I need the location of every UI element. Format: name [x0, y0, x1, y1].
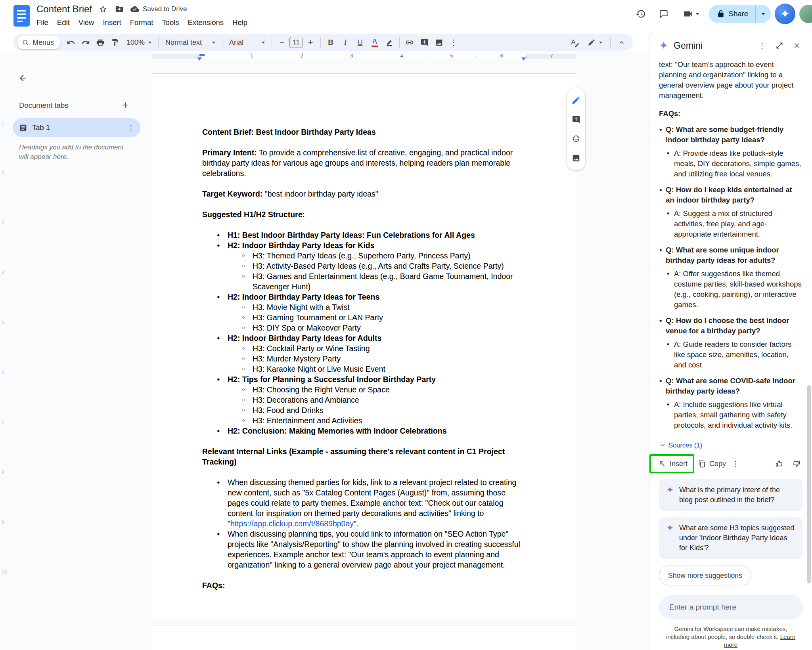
writing-tools-button[interactable]: A: [565, 35, 582, 50]
faq-answer: A: Suggest a mix of structured activitie…: [659, 208, 802, 239]
menu-tools[interactable]: Tools: [157, 17, 183, 29]
indent-marker-right[interactable]: [521, 57, 526, 61]
document-page-1[interactable]: Content Brief: Best Indoor Birthday Part…: [152, 73, 576, 618]
decrease-font-size-button[interactable]: −: [275, 35, 289, 50]
menu-view[interactable]: View: [74, 17, 99, 29]
print-button[interactable]: [93, 35, 107, 50]
tab-item[interactable]: Tab 1 ⋮: [13, 118, 140, 137]
prompt-input[interactable]: [659, 595, 803, 619]
internal-link-item: When discussing themed parties for kids,…: [202, 477, 526, 529]
move-folder-icon[interactable]: [114, 4, 124, 14]
outline-item-text: H1: Best Indoor Birthday Party Ideas: Fu…: [228, 231, 475, 239]
collapse-toolbar-button[interactable]: [615, 35, 629, 50]
font-size-input[interactable]: 11: [289, 37, 303, 48]
gemini-button[interactable]: [775, 4, 795, 24]
outline-sublist: H3: Movie Night with a TwistH3: Gaming T…: [228, 302, 526, 333]
bold-button[interactable]: B: [324, 35, 338, 50]
document-title[interactable]: Content Brief: [36, 4, 92, 15]
comment-icon: [659, 9, 669, 19]
chevron-down-icon: [696, 13, 699, 15]
menu-edit[interactable]: Edit: [53, 17, 74, 29]
google-docs-logo[interactable]: [13, 5, 30, 27]
more-options-button[interactable]: ⋮: [446, 35, 461, 50]
menu-file[interactable]: File: [32, 17, 53, 29]
insert-image-button[interactable]: [432, 35, 446, 50]
font-select[interactable]: Arial: [225, 35, 269, 50]
rail-image-button[interactable]: [569, 151, 583, 165]
rail-add-comment-button[interactable]: [569, 113, 583, 127]
writing-tools-icon: A: [571, 38, 575, 46]
outline-subitem: H3: Games and Entertainment Ideas (e.g.,…: [228, 271, 526, 292]
outline-subitem: H3: Gaming Tournament or LAN Party: [228, 312, 526, 323]
text-run: When discussing planning tips, you could…: [228, 530, 520, 569]
sparkle-icon: [666, 486, 674, 494]
comments-button[interactable]: [654, 4, 673, 23]
document-page-2[interactable]: [152, 625, 576, 650]
doc-target-keyword: Target Keyword: "best indoor birthday pa…: [202, 189, 526, 199]
back-button[interactable]: [14, 69, 32, 87]
help-me-write-button[interactable]: [569, 93, 583, 107]
menu-extensions[interactable]: Extensions: [184, 17, 228, 29]
response-menu-button[interactable]: ⋮: [730, 457, 741, 470]
thumbs-up-button[interactable]: [775, 459, 783, 468]
panel-scrollbar[interactable]: [807, 385, 811, 583]
sources-toggle[interactable]: Sources (1): [659, 440, 802, 450]
version-history-button[interactable]: [631, 4, 650, 23]
outline-item: H2: Tips for Planning a Successful Indoo…: [202, 374, 526, 426]
editing-mode-button[interactable]: [584, 35, 606, 50]
star-icon[interactable]: [98, 4, 108, 14]
increase-font-size-button[interactable]: +: [303, 35, 318, 50]
highlight-color-button[interactable]: [382, 35, 396, 50]
thumbs-down-button[interactable]: [792, 459, 801, 468]
menu-format[interactable]: Format: [126, 17, 158, 29]
toolbar: Menus 100% Normal text Arial − 11 + B I …: [13, 34, 633, 51]
undo-button[interactable]: [64, 35, 78, 50]
internal-links-list: When discussing themed parties for kids,…: [202, 477, 526, 570]
redo-button[interactable]: [79, 35, 93, 50]
font-name-value: Arial: [229, 38, 243, 47]
sparkle-icon: [666, 524, 674, 532]
styles-select[interactable]: Normal text: [161, 35, 219, 50]
document-link[interactable]: https://app.clickup.com/t/8689bp0ay: [230, 519, 354, 528]
menu-help[interactable]: Help: [228, 17, 252, 29]
share-button[interactable]: Share: [709, 5, 771, 23]
zoom-select[interactable]: 100%: [123, 35, 155, 50]
vertical-ruler-number: 5: [2, 320, 4, 325]
menu-insert[interactable]: Insert: [98, 17, 125, 29]
thumbs-down-icon: [792, 459, 801, 468]
suggestion-chip[interactable]: What are some H3 topics suggested under …: [659, 517, 802, 559]
underline-button[interactable]: U: [353, 35, 367, 50]
italic-button[interactable]: I: [338, 35, 352, 50]
gemini-faqs-heading: FAQs:: [659, 109, 802, 119]
tab-menu-button[interactable]: ⋮: [127, 123, 135, 132]
suggestion-chip[interactable]: What is the primary intent of the blog p…: [659, 479, 802, 511]
outline-subitem: H3: DIY Spa or Makeover Party: [228, 323, 526, 333]
faq-question: Q: What are some COVID-safe indo​or birt…: [659, 376, 802, 396]
emoji-reaction-button[interactable]: [569, 132, 583, 146]
indent-marker-left[interactable]: [197, 57, 202, 61]
add-comment-button[interactable]: [417, 35, 431, 50]
show-more-suggestions-button[interactable]: Show more suggestions: [659, 566, 751, 585]
menus-button[interactable]: Menus: [17, 36, 60, 49]
first-line-indent-marker[interactable]: [199, 54, 205, 56]
gemini-panel: Gemini ⋮ text: "Our team's approach to e…: [649, 33, 812, 650]
paint-format-button[interactable]: [108, 35, 122, 50]
response-partial-text: text: "Our team's approach to event plan…: [659, 59, 802, 101]
meet-button[interactable]: [677, 9, 705, 19]
doc-internal-links-heading: Relevant Internal Links (Example - assum…: [202, 446, 526, 467]
insert-link-button[interactable]: [402, 35, 417, 50]
gemini-header: Gemini ⋮: [649, 33, 812, 58]
insert-button[interactable]: Insert: [656, 457, 690, 470]
tabs-panel-header: Document tabs +: [19, 100, 128, 111]
ruler-tick: [327, 56, 327, 58]
close-panel-button[interactable]: [789, 38, 805, 54]
saved-status[interactable]: Saved to Drive: [130, 5, 187, 13]
copy-button[interactable]: Copy: [694, 456, 730, 472]
faq-answer: A: Offer suggestions like themed costume…: [659, 269, 802, 310]
text-color-button[interactable]: A: [368, 35, 382, 50]
add-tab-button[interactable]: +: [122, 100, 128, 111]
expand-panel-button[interactable]: [772, 38, 787, 54]
avatar[interactable]: [799, 5, 812, 23]
panel-menu-button[interactable]: ⋮: [754, 38, 770, 54]
share-dropdown[interactable]: [756, 13, 771, 15]
